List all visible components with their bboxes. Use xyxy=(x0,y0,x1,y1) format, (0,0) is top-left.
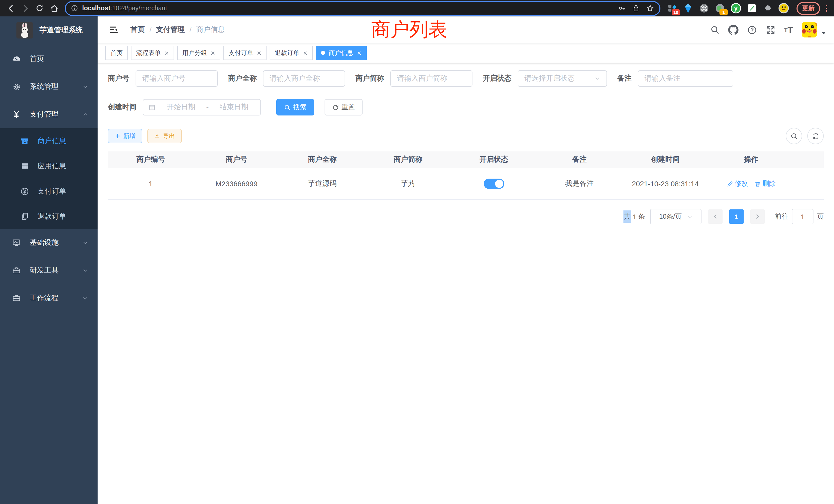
start-date-placeholder: 开始日期 xyxy=(160,102,202,112)
toolbox-icon xyxy=(11,294,22,303)
merchant-table: 商户编号 商户号 商户全称 商户简称 开启状态 备注 创建时间 操作 1 M23… xyxy=(108,152,824,200)
bookmark-star-icon[interactable] xyxy=(646,4,654,12)
browser-home-button[interactable] xyxy=(47,2,61,15)
hamburger-fold-icon xyxy=(109,25,119,35)
sidebar-item-payment[interactable]: 支付管理 xyxy=(0,100,97,128)
forward-icon xyxy=(21,4,29,13)
search-icon xyxy=(790,132,798,140)
github-button[interactable] xyxy=(728,25,739,35)
close-icon[interactable] xyxy=(164,50,169,55)
sidebar-item-pay-order[interactable]: 支付订单 xyxy=(0,179,97,204)
merchant-no-input[interactable]: 请输入商户号 xyxy=(136,70,218,87)
browser-forward-button[interactable] xyxy=(19,2,32,15)
col-header-merchant-id: 商户编号 xyxy=(108,155,194,164)
breadcrumb-payment[interactable]: 支付管理 xyxy=(156,25,185,35)
extension-recorder-icon[interactable]: 1 xyxy=(714,3,726,14)
url-path: :1024/pay/merchant xyxy=(110,5,167,12)
edit-link[interactable]: 修改 xyxy=(726,179,748,188)
sidebar-item-label: 系统管理 xyxy=(30,82,59,91)
sidebar-item-system[interactable]: 系统管理 xyxy=(0,73,97,100)
add-button[interactable]: 新增 xyxy=(108,129,142,143)
close-icon[interactable] xyxy=(303,50,308,55)
rabbit-logo-icon xyxy=(17,22,33,39)
toggle-knob xyxy=(495,180,503,188)
sidebar-item-refund-order[interactable]: 退款订单 xyxy=(0,204,97,229)
share-icon[interactable] xyxy=(632,4,640,12)
browser-profile-avatar[interactable] xyxy=(778,3,789,14)
sidebar-menu: 首页 系统管理 支付管理 商户信息 xyxy=(0,45,97,312)
tab-refund-order[interactable]: 退款订单 xyxy=(270,46,313,60)
tab-merchant-info[interactable]: 商户信息 xyxy=(316,46,367,60)
export-button[interactable]: 导出 xyxy=(147,129,182,143)
sidebar-item-home[interactable]: 首页 xyxy=(0,45,97,73)
close-icon[interactable] xyxy=(257,50,261,55)
header-search-button[interactable] xyxy=(710,25,720,35)
yen-circle-icon xyxy=(19,187,30,196)
extension-notes-icon[interactable] xyxy=(746,3,758,14)
reset-button-label: 重置 xyxy=(342,102,355,112)
address-bar[interactable]: localhost:1024/pay/merchant xyxy=(65,1,660,16)
tab-pay-order[interactable]: 支付订单 xyxy=(223,46,266,60)
breadcrumb-home[interactable]: 首页 xyxy=(130,25,145,35)
sidebar-item-dev-tools[interactable]: 研发工具 xyxy=(0,257,97,284)
reset-button[interactable]: 重置 xyxy=(325,99,363,115)
sidebar-item-workflow[interactable]: 工作流程 xyxy=(0,284,97,312)
status-select[interactable]: 请选择开启状态 xyxy=(518,70,607,87)
help-button[interactable] xyxy=(747,25,757,35)
close-icon[interactable] xyxy=(211,50,215,55)
font-size-button[interactable]: TT xyxy=(784,25,793,34)
remark-input[interactable]: 请输入备注 xyxy=(638,70,733,87)
browser-back-button[interactable] xyxy=(4,2,18,15)
extension-badge-2: 1 xyxy=(720,9,728,16)
full-name-input[interactable]: 请输入商户全称 xyxy=(263,70,345,87)
extensions-puzzle-icon[interactable] xyxy=(762,3,773,14)
next-page-button[interactable] xyxy=(750,209,765,224)
browser-menu-button[interactable] xyxy=(823,5,830,12)
page: localhost:1024/pay/merchant 10 1 xyxy=(0,0,834,504)
dashboard-icon xyxy=(11,55,22,63)
extension-gem-icon[interactable] xyxy=(682,3,694,14)
create-time-range-picker[interactable]: 开始日期 - 结束日期 xyxy=(143,99,261,115)
refresh-table-button[interactable] xyxy=(807,128,824,144)
extension-y-icon[interactable]: y xyxy=(730,3,742,14)
tags-view-bar: 首页 流程表单 用户分组 支付订单 退款订单 商户信息 xyxy=(97,43,834,63)
search-button[interactable]: 搜索 xyxy=(276,99,314,115)
create-time-label: 创建时间 xyxy=(108,102,137,112)
extension-command-icon[interactable] xyxy=(698,3,710,14)
placeholder-text: 请选择开启状态 xyxy=(524,74,575,83)
active-dot xyxy=(321,51,325,55)
page-number-1[interactable]: 1 xyxy=(729,209,744,224)
extension-badge: 10 xyxy=(672,9,680,16)
browser-reload-button[interactable] xyxy=(33,2,46,15)
browser-update-button[interactable]: 更新 xyxy=(796,2,820,15)
sidebar-logo-row[interactable]: 芋道管理系统 xyxy=(0,17,97,44)
goto-suffix: 页 xyxy=(817,212,824,221)
user-avatar[interactable] xyxy=(802,22,817,38)
avatar-caret-icon[interactable] xyxy=(822,31,826,34)
info-icon[interactable] xyxy=(71,5,78,12)
toggle-search-button[interactable] xyxy=(786,128,802,144)
sidebar-item-merchant-info[interactable]: 商户信息 xyxy=(0,128,97,154)
fullscreen-button[interactable] xyxy=(766,25,775,35)
chevron-down-icon xyxy=(82,295,88,301)
sidebar-item-infrastructure[interactable]: 基础设施 xyxy=(0,229,97,257)
status-toggle[interactable] xyxy=(483,179,504,189)
close-icon[interactable] xyxy=(357,50,361,55)
password-key-icon[interactable] xyxy=(618,4,626,12)
refresh-icon xyxy=(812,132,819,140)
page-size-select[interactable]: 10条/页 xyxy=(650,209,702,224)
sidebar-item-app-info[interactable]: 应用信息 xyxy=(0,154,97,179)
tab-home[interactable]: 首页 xyxy=(105,46,128,60)
search-icon xyxy=(284,104,291,111)
app-title: 芋道管理系统 xyxy=(40,26,83,35)
sidebar-toggle-button[interactable] xyxy=(106,25,122,35)
tab-user-group[interactable]: 用户分组 xyxy=(177,46,220,60)
placeholder-text: 请输入商户全称 xyxy=(270,74,320,83)
sidebar-item-label: 支付订单 xyxy=(38,187,66,196)
prev-page-button[interactable] xyxy=(708,209,723,224)
delete-link[interactable]: 删除 xyxy=(754,179,776,188)
tab-process-form[interactable]: 流程表单 xyxy=(131,46,174,60)
goto-page-input[interactable]: 1 xyxy=(792,209,813,224)
extension-sidebar-icon[interactable]: 10 xyxy=(666,3,678,14)
short-name-input[interactable]: 请输入商户简称 xyxy=(390,70,473,87)
